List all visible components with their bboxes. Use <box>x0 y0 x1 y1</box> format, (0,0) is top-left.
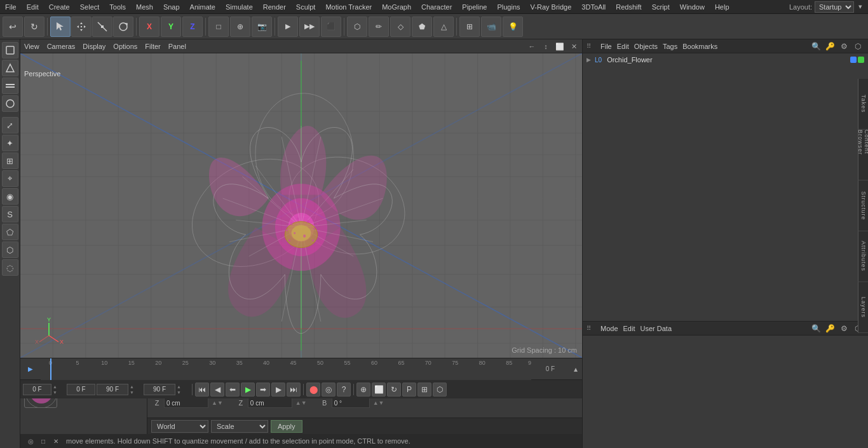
help-button[interactable]: ? <box>337 383 351 397</box>
attr-menu-edit[interactable]: Edit <box>623 325 635 332</box>
z-pos-arrow[interactable]: ▲▼ <box>211 400 224 406</box>
apply-button[interactable]: Apply <box>271 420 302 433</box>
max-frame-input[interactable] <box>144 384 175 395</box>
scale-tool[interactable] <box>92 17 112 37</box>
perspective-cube-button[interactable]: ⬡ <box>347 17 367 37</box>
obj-menu-edit[interactable]: Edit <box>617 43 629 50</box>
render-view-button[interactable]: ▶▶ <box>299 17 320 37</box>
sidebar-mode-4[interactable] <box>2 95 18 112</box>
sidebar-tool-3[interactable]: ⊞ <box>2 153 18 169</box>
menu-create[interactable]: Create <box>44 2 75 12</box>
viewport-container[interactable]: View Cameras Display Options Filter Pane… <box>20 39 582 358</box>
obj-expand-icon[interactable]: ⬡ <box>851 41 864 52</box>
timeline-arrow-up[interactable]: ▴ <box>569 365 582 374</box>
layout-arrow-icon[interactable]: ▾ <box>855 2 865 12</box>
vp-menu-view[interactable]: View <box>24 43 39 50</box>
vtab-content-browser[interactable]: Content Browser <box>858 130 868 180</box>
polygon-button[interactable]: ◇ <box>390 17 410 37</box>
light-button[interactable]: 💡 <box>503 17 523 37</box>
grid-button[interactable]: ⊞ <box>459 17 480 37</box>
vp-menu-filter[interactable]: Filter <box>145 43 160 50</box>
object-item-orchid-flower[interactable]: ▶ L0 Orchid_Flower <box>583 53 868 66</box>
sidebar-mode-1[interactable] <box>2 42 18 58</box>
select-tool[interactable] <box>50 17 71 37</box>
motion-btn6[interactable]: ⬡ <box>433 383 447 397</box>
layout-select[interactable]: Startup <box>815 1 854 13</box>
motion-btn4[interactable]: P <box>402 383 416 397</box>
sidebar-tool-1[interactable]: ⤢ <box>2 117 18 133</box>
sidebar-mode-3[interactable] <box>2 78 18 94</box>
motion-btn5[interactable]: ⊞ <box>417 383 431 397</box>
autokey-button[interactable]: ◎ <box>322 383 336 397</box>
x-axis-button[interactable]: X <box>139 17 159 37</box>
start-frame-input[interactable] <box>67 384 95 395</box>
timeline-collapse[interactable]: ▶ <box>20 365 41 372</box>
attrs-key-icon[interactable]: 🔑 <box>824 323 836 334</box>
sidebar-tool-7[interactable]: ⬠ <box>2 224 18 240</box>
menu-snap[interactable]: Snap <box>158 2 185 12</box>
vp-icon-maximize[interactable]: ⬜ <box>554 41 566 52</box>
sidebar-tool-2[interactable]: ✦ <box>2 135 18 151</box>
camera2-button[interactable]: 📹 <box>481 17 501 37</box>
undo-button[interactable]: ↩ <box>3 17 23 37</box>
null-button[interactable]: ⊕ <box>230 17 250 37</box>
obj-menu-bookmarks[interactable]: Bookmarks <box>682 43 717 50</box>
render-region-button[interactable]: ▶ <box>278 17 298 37</box>
vp-menu-panel[interactable]: Panel <box>168 43 186 50</box>
menu-mesh[interactable]: Mesh <box>131 2 158 12</box>
menu-pipeline[interactable]: Pipeline <box>457 2 492 12</box>
next-frame-button[interactable]: ▶ <box>271 383 285 397</box>
b-rot-input[interactable] <box>332 398 370 408</box>
motion-btn3[interactable]: ↻ <box>387 383 401 397</box>
vp-icon-arrow-left[interactable]: ← <box>526 41 538 52</box>
menu-file[interactable]: File <box>0 2 22 12</box>
status-icon-square[interactable]: □ <box>38 436 48 446</box>
prev-frame-button[interactable]: ◀ <box>210 383 224 397</box>
vp-menu-cameras[interactable]: Cameras <box>47 43 76 50</box>
timeline-ruler[interactable]: 0 5 10 15 20 25 30 35 40 45 50 55 <box>41 358 531 380</box>
menu-vray[interactable]: V-Ray Bridge <box>526 2 577 12</box>
playhead[interactable] <box>50 358 51 380</box>
menu-script[interactable]: Script <box>647 2 675 12</box>
brush-button[interactable]: ⬟ <box>412 17 432 37</box>
play-button[interactable]: ▶ <box>241 383 255 397</box>
menu-render[interactable]: Render <box>258 2 291 12</box>
vtab-takes[interactable]: Takes <box>858 79 868 130</box>
record-button[interactable]: ⬤ <box>306 383 320 397</box>
vp-icon-close[interactable]: ✕ <box>568 41 580 52</box>
obj-menu-objects[interactable]: Objects <box>634 43 658 50</box>
y-axis-button[interactable]: Y <box>161 17 181 37</box>
menu-mograph[interactable]: MoGraph <box>377 2 416 12</box>
end-frame-input[interactable] <box>97 384 128 395</box>
status-icon-close[interactable]: ✕ <box>51 436 61 446</box>
next-key-button[interactable]: ➡ <box>256 383 270 397</box>
menu-motion-tracker[interactable]: Motion Tracker <box>320 2 377 12</box>
coord-space-select[interactable]: World <box>151 420 208 433</box>
menu-character[interactable]: Character <box>416 2 457 12</box>
obj-menu-tags[interactable]: Tags <box>663 43 677 50</box>
z2-pos-input[interactable] <box>248 398 292 408</box>
move-tool[interactable] <box>71 17 92 37</box>
obj-settings-icon[interactable]: ⚙ <box>837 41 850 52</box>
spline-button[interactable]: ✏ <box>369 17 389 37</box>
z2-pos-arrow[interactable]: ▲▼ <box>295 400 308 406</box>
goto-end-button[interactable]: ⏭ <box>287 383 301 397</box>
obj-dot-green[interactable] <box>858 57 864 63</box>
vtab-structure[interactable]: Structure <box>858 180 868 231</box>
attrs-search-icon[interactable]: 🔍 <box>810 323 822 334</box>
sidebar-tool-9[interactable]: ◌ <box>2 259 18 276</box>
paint-button[interactable]: △ <box>433 17 454 37</box>
frame-spinners[interactable]: ▲ ▼ <box>53 384 65 395</box>
prev-key-button[interactable]: ⬅ <box>226 383 240 397</box>
goto-start-button[interactable]: ⏮ <box>195 383 209 397</box>
current-frame-input[interactable] <box>23 384 51 395</box>
vp-menu-options[interactable]: Options <box>113 43 137 50</box>
max-frame-spinners[interactable]: ▲ ▼ <box>177 384 189 395</box>
vp-icon-arrow-up[interactable]: ↕ <box>540 41 552 52</box>
viewport-canvas[interactable]: Perspective <box>20 53 582 358</box>
sidebar-tool-6[interactable]: S <box>2 206 18 222</box>
attrs-settings-icon[interactable]: ⚙ <box>837 323 850 334</box>
menu-edit[interactable]: Edit <box>22 2 44 12</box>
obj-menu-file[interactable]: File <box>600 43 612 50</box>
vtab-layers[interactable]: Layers <box>858 282 868 333</box>
